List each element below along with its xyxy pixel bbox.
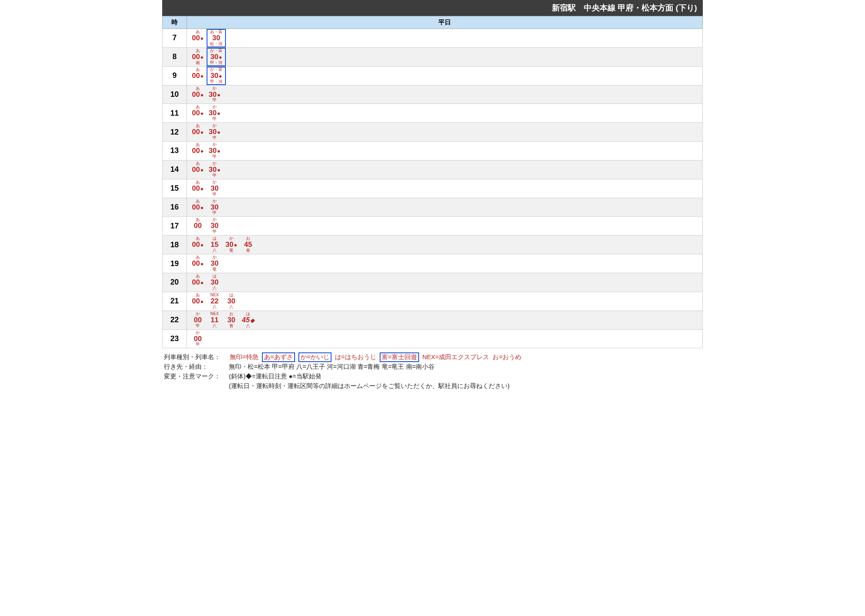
times-cell: あ00●か30甲	[187, 179, 703, 198]
timetable: 時 平日 7あ00●あ・富30松・河8あ00●南か・富30●甲・河9あ00●か・…	[162, 16, 703, 348]
dep-dest-marker: 八	[229, 305, 233, 310]
dep-minute: 00●	[192, 128, 204, 136]
dep-minute: 30	[228, 316, 236, 324]
dep-dest-marker: 甲	[196, 324, 200, 329]
dep-dest-marker: 甲	[212, 117, 217, 122]
dep-top-marker: か	[212, 199, 217, 204]
departure: あ00●	[189, 105, 206, 122]
departure: あ00●南	[189, 49, 206, 65]
table-row: 12あ00●か30●甲	[163, 123, 703, 142]
dep-minute: 30●	[210, 53, 222, 61]
legend-train-type-label: 列車種別・列車名：	[164, 353, 229, 361]
table-row: 13あ00●か30●甲	[163, 142, 703, 160]
times-cell: あ00●か30●甲	[187, 85, 703, 104]
hour-cell: 9	[163, 66, 187, 85]
dep-dest-marker: 青	[229, 324, 233, 329]
table-row: 9あ00●か・富30●甲・河	[163, 66, 703, 85]
origin-dot-icon: ●	[217, 167, 220, 173]
origin-dot-icon: ●	[200, 35, 204, 41]
times-cell: あ00●か30●甲	[187, 123, 703, 142]
legend-dest-label: 行き先・経由：	[164, 363, 229, 371]
dep-minute: 00	[194, 316, 202, 324]
table-row: 16あ00●か30甲	[163, 198, 703, 217]
legend-mark-text: (斜体)◆=運転日注意 ●=当駅始発	[229, 373, 321, 380]
times-cell: か00甲	[187, 329, 703, 348]
departure: か30●甲	[206, 142, 223, 159]
hour-cell: 11	[163, 104, 187, 123]
dep-dest-marker: 八	[212, 305, 217, 310]
origin-dot-icon: ●	[200, 73, 204, 79]
legend-item: か=かいじ	[298, 352, 331, 362]
origin-dot-icon: ●	[200, 92, 204, 98]
table-row: 18あ00●は15八か30●竜お45青	[163, 236, 703, 254]
dep-top-marker: NEX	[210, 312, 219, 316]
origin-dot-icon: ●	[217, 92, 220, 98]
hour-cell: 7	[163, 29, 187, 48]
dep-dest-marker: 松・河	[210, 42, 223, 47]
dep-minute: 00●	[192, 260, 204, 267]
departure: か30●竜	[223, 236, 240, 253]
hour-cell: 10	[163, 85, 187, 104]
departure: あ・富30松・河	[207, 29, 226, 47]
dep-top-marker: か	[212, 86, 217, 91]
legend-dest-text: 無印・松=松本 甲=甲府 八=八王子 河=河口湖 青=青梅 竜=竜王 南=南小谷	[229, 363, 435, 371]
dep-minute: 00●	[192, 72, 204, 80]
dep-dest-marker: 甲	[212, 98, 217, 103]
dep-dest-marker: 甲	[212, 230, 217, 234]
departure: は45◆八	[240, 312, 256, 329]
origin-dot-icon: ●	[200, 261, 204, 267]
departure: か00甲	[189, 331, 206, 347]
departure: お30青	[223, 312, 240, 329]
departure: か30甲	[206, 199, 223, 216]
departure: か30●甲	[206, 124, 223, 140]
dep-minute: 30●	[209, 128, 220, 136]
origin-dot-icon: ●	[217, 110, 220, 116]
col-day-header: 平日	[187, 16, 703, 29]
legend-item: あ=あずさ	[262, 352, 295, 362]
dep-minute: 00	[194, 222, 202, 230]
dep-minute: 30	[228, 298, 236, 305]
dep-dest-marker: 甲	[212, 211, 217, 215]
table-row: 17あ00か30甲	[163, 217, 703, 236]
hour-cell: 22	[163, 311, 187, 329]
legend-item: NEX=成田エクスプレス	[422, 353, 490, 361]
legend-mark-label: 変更・注意マーク：	[164, 373, 229, 380]
dep-minute: 00●	[192, 147, 204, 155]
origin-dot-icon: ●	[200, 110, 204, 116]
hour-cell: 8	[163, 47, 187, 66]
departure: あ00●	[189, 161, 206, 178]
dep-top-marker: か	[196, 312, 200, 316]
dep-dest-marker: 甲	[212, 173, 217, 178]
departure: あ00●	[189, 274, 206, 291]
legend-note: (運転日・運転時刻・運転区間等の詳細はホームページをご覧いただくか、駅社員にお尋…	[229, 382, 701, 390]
dep-minute: 00●	[192, 241, 204, 248]
dep-dest-marker: 甲	[212, 192, 217, 197]
times-cell: あ00●NEX22八は30八	[187, 292, 703, 311]
times-cell: あ00●南か・富30●甲・河	[187, 47, 703, 66]
origin-dot-icon: ●	[200, 186, 204, 192]
departure: あ00	[189, 217, 206, 234]
dep-dest-marker: 竜	[212, 267, 217, 272]
departure: か00甲	[189, 312, 206, 329]
dep-minute: 30●	[225, 241, 237, 248]
departure: お45青	[240, 236, 256, 253]
dep-minute: 00●	[192, 91, 204, 98]
dep-dest-marker: 八	[246, 324, 250, 329]
dep-dest-marker: 甲・河	[210, 61, 223, 65]
dep-minute: 30●	[210, 72, 222, 80]
table-row: 23か00甲	[163, 329, 703, 348]
day-notice-diamond-icon: ◆	[250, 317, 254, 324]
table-row: 11あ00●か30●甲	[163, 104, 703, 123]
dep-minute: 00	[194, 335, 202, 343]
table-row: 14あ00●か30●甲	[163, 160, 703, 179]
legend: 列車種別・列車名： 無印=特急 あ=あずさ か=かいじ は=はちおうじ 富=富士…	[162, 348, 703, 398]
hour-cell: 16	[163, 198, 187, 217]
times-cell: あ00●か・富30●甲・河	[187, 66, 703, 85]
departure: あ00●	[189, 236, 206, 253]
dep-dest-marker: 八	[212, 248, 217, 253]
origin-dot-icon: ●	[200, 54, 204, 60]
origin-dot-icon: ●	[234, 242, 237, 248]
hour-cell: 19	[163, 254, 187, 273]
departure: あ00●	[189, 67, 206, 84]
dep-minute: 11	[211, 316, 219, 324]
